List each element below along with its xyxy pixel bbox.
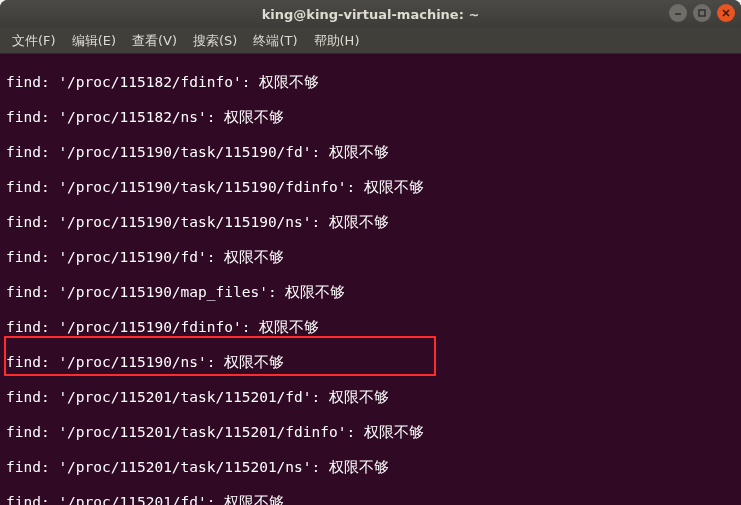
output-line: find: '/proc/115190/fdinfo': 权限不够 — [6, 319, 735, 337]
menu-terminal[interactable]: 终端(T) — [247, 30, 303, 52]
maximize-button[interactable] — [693, 4, 711, 22]
window-controls — [669, 4, 735, 22]
output-line: find: '/proc/115201/task/115201/ns': 权限不… — [6, 459, 735, 477]
close-button[interactable] — [717, 4, 735, 22]
close-icon — [721, 8, 731, 18]
output-line: find: '/proc/115190/map_files': 权限不够 — [6, 284, 735, 302]
output-line: find: '/proc/115190/ns': 权限不够 — [6, 354, 735, 372]
output-line: find: '/proc/115190/task/115190/ns': 权限不… — [6, 214, 735, 232]
output-line: find: '/proc/115190/task/115190/fd': 权限不… — [6, 144, 735, 162]
svg-rect-1 — [699, 10, 705, 16]
output-line: find: '/proc/115182/fdinfo': 权限不够 — [6, 74, 735, 92]
menu-file[interactable]: 文件(F) — [6, 30, 62, 52]
maximize-icon — [697, 8, 707, 18]
titlebar: king@king-virtual-machine: ~ — [0, 0, 741, 28]
output-line: find: '/proc/115182/ns': 权限不够 — [6, 109, 735, 127]
menu-search[interactable]: 搜索(S) — [187, 30, 243, 52]
output-line: find: '/proc/115201/task/115201/fd': 权限不… — [6, 389, 735, 407]
output-line: find: '/proc/115201/task/115201/fdinfo':… — [6, 424, 735, 442]
minimize-icon — [673, 8, 683, 18]
menu-view[interactable]: 查看(V) — [126, 30, 183, 52]
terminal-window: king@king-virtual-machine: ~ 文件(F) 编辑(E)… — [0, 0, 741, 505]
menubar: 文件(F) 编辑(E) 查看(V) 搜索(S) 终端(T) 帮助(H) — [0, 28, 741, 54]
menu-help[interactable]: 帮助(H) — [308, 30, 366, 52]
window-title: king@king-virtual-machine: ~ — [262, 7, 480, 22]
terminal-area[interactable]: find: '/proc/115182/fdinfo': 权限不够 find: … — [0, 54, 741, 505]
output-line: find: '/proc/115190/fd': 权限不够 — [6, 249, 735, 267]
output-line: find: '/proc/115201/fd': 权限不够 — [6, 494, 735, 506]
output-line: find: '/proc/115190/task/115190/fdinfo':… — [6, 179, 735, 197]
minimize-button[interactable] — [669, 4, 687, 22]
menu-edit[interactable]: 编辑(E) — [66, 30, 122, 52]
